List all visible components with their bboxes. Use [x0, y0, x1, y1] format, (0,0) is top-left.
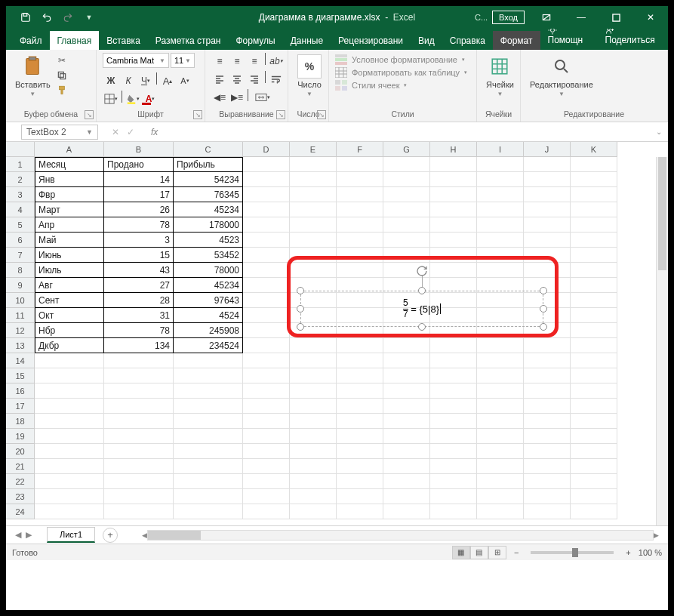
cell[interactable] — [243, 278, 290, 293]
cell[interactable] — [571, 263, 617, 278]
cell[interactable] — [35, 489, 104, 504]
cell[interactable] — [104, 353, 174, 368]
cell[interactable] — [383, 187, 430, 202]
cell[interactable]: 53452 — [174, 248, 243, 263]
cell[interactable] — [290, 429, 337, 444]
rotate-handle-icon[interactable] — [416, 265, 428, 277]
cell[interactable] — [290, 368, 337, 383]
borders-button[interactable]: ▾ — [103, 91, 119, 107]
align-dialog-icon[interactable]: ↘ — [276, 110, 285, 119]
cell[interactable] — [571, 489, 617, 504]
cell[interactable] — [383, 353, 430, 368]
cell[interactable] — [430, 489, 477, 504]
copy-icon[interactable] — [55, 69, 69, 82]
cell[interactable] — [243, 202, 290, 217]
cell[interactable]: 27 — [104, 278, 174, 293]
italic-button[interactable]: К — [120, 72, 137, 89]
cell[interactable] — [430, 504, 477, 519]
cell[interactable] — [337, 383, 383, 399]
cell[interactable] — [477, 187, 524, 202]
col-header[interactable]: F — [337, 142, 383, 157]
cell[interactable]: 45234 — [174, 202, 243, 217]
cell[interactable] — [477, 217, 524, 233]
paste-button[interactable]: Вставить ▼ — [12, 53, 54, 99]
cell[interactable] — [571, 293, 617, 308]
select-all-corner[interactable] — [6, 142, 35, 157]
tab-layout[interactable]: Разметка стран — [148, 31, 229, 50]
cell[interactable] — [524, 368, 571, 383]
cell[interactable] — [571, 504, 617, 519]
grow-font-button[interactable]: A▴ — [159, 72, 176, 89]
cell[interactable] — [337, 489, 383, 504]
cell-styles-button[interactable]: Стили ячеек ▾ — [335, 80, 467, 91]
cell[interactable]: Июль — [35, 263, 104, 278]
cell[interactable] — [243, 504, 290, 519]
row-header[interactable]: 18 — [6, 414, 35, 429]
cell[interactable] — [571, 368, 617, 383]
font-color-button[interactable]: A▾ — [142, 91, 158, 107]
cell[interactable] — [383, 504, 430, 519]
row-header[interactable]: 15 — [6, 368, 35, 383]
cell[interactable] — [477, 172, 524, 187]
cell[interactable] — [524, 474, 571, 489]
cell[interactable] — [383, 383, 430, 399]
cell[interactable]: 97643 — [174, 293, 243, 308]
align-middle-button[interactable]: ≡ — [229, 53, 245, 69]
textbox-content[interactable]: 57 = {5|8} — [300, 291, 543, 327]
cell[interactable] — [477, 202, 524, 217]
cell[interactable] — [524, 414, 571, 429]
zoom-level[interactable]: 100 % — [639, 548, 662, 557]
col-header[interactable]: K — [571, 142, 617, 157]
close-button[interactable]: ✕ — [633, 6, 668, 29]
tab-insert[interactable]: Вставка — [99, 31, 148, 50]
cell[interactable] — [174, 414, 243, 429]
cell[interactable] — [35, 429, 104, 444]
cell[interactable] — [571, 323, 617, 338]
row-header[interactable]: 17 — [6, 399, 35, 414]
cells-button[interactable]: Ячейки ▼ — [483, 53, 517, 99]
cell[interactable] — [337, 399, 383, 414]
cell[interactable] — [524, 429, 571, 444]
cell[interactable] — [174, 353, 243, 368]
cell[interactable] — [243, 323, 290, 338]
align-left-button[interactable] — [211, 71, 228, 88]
resize-handle[interactable] — [418, 287, 426, 294]
cell[interactable]: Нбр — [35, 323, 104, 338]
cell[interactable] — [430, 353, 477, 368]
cell[interactable] — [290, 157, 337, 172]
cell[interactable] — [477, 157, 524, 172]
align-bottom-button[interactable]: ≡ — [246, 53, 263, 69]
cell[interactable]: 234524 — [174, 338, 243, 353]
cell[interactable] — [571, 429, 617, 444]
cell[interactable]: 17 — [104, 187, 174, 202]
cell[interactable] — [524, 157, 571, 172]
cell[interactable] — [524, 383, 571, 399]
cell[interactable] — [243, 489, 290, 504]
cell[interactable] — [174, 399, 243, 414]
cell[interactable] — [524, 444, 571, 459]
cell[interactable] — [243, 474, 290, 489]
row-header[interactable]: 23 — [6, 489, 35, 504]
cell[interactable] — [290, 233, 337, 248]
cell[interactable] — [430, 172, 477, 187]
cut-icon[interactable]: ✂ — [55, 54, 69, 66]
cell[interactable] — [104, 383, 174, 399]
cell[interactable] — [104, 444, 174, 459]
cell[interactable] — [35, 399, 104, 414]
cell[interactable] — [337, 187, 383, 202]
bold-button[interactable]: Ж — [103, 72, 119, 89]
cell[interactable]: 43 — [104, 263, 174, 278]
cell[interactable] — [571, 383, 617, 399]
cell[interactable]: Май — [35, 233, 104, 248]
cell[interactable] — [430, 157, 477, 172]
resize-handle[interactable] — [540, 305, 547, 313]
cell[interactable]: 4523 — [174, 233, 243, 248]
cell[interactable] — [477, 414, 524, 429]
expand-formula-icon[interactable]: ⌄ — [656, 128, 668, 136]
cell[interactable] — [430, 187, 477, 202]
col-header[interactable]: A — [35, 142, 104, 157]
tab-data[interactable]: Данные — [283, 31, 331, 50]
row-header[interactable]: 16 — [6, 383, 35, 399]
cell[interactable] — [243, 383, 290, 399]
cell[interactable]: 134 — [104, 338, 174, 353]
